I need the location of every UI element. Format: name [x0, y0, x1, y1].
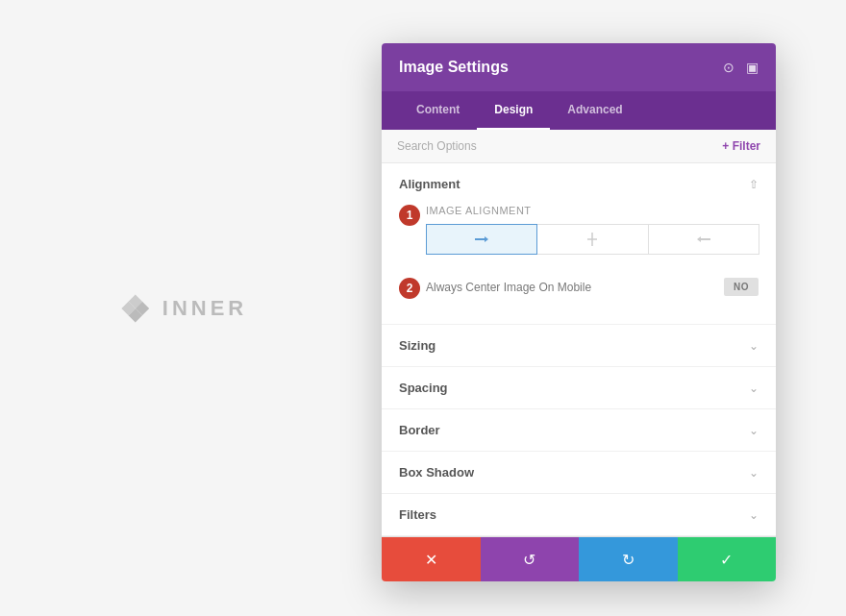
focus-icon[interactable]: ⊙ — [723, 60, 734, 75]
tab-content[interactable]: Content — [399, 91, 477, 130]
search-placeholder[interactable]: Search Options — [397, 139, 477, 153]
filters-chevron-icon: ⌄ — [749, 508, 759, 522]
filters-section-header[interactable]: Filters ⌄ — [382, 494, 776, 535]
sizing-section: Sizing ⌄ — [382, 325, 776, 367]
undo-button[interactable]: ↺ — [481, 537, 580, 581]
cancel-icon: ✕ — [425, 551, 437, 569]
header-icons: ⊙ ▣ — [723, 60, 759, 75]
sizing-section-title: Sizing — [399, 338, 435, 353]
sizing-section-header[interactable]: Sizing ⌄ — [382, 325, 776, 366]
filter-button[interactable]: + Filter — [722, 139, 760, 153]
modal-title: Image Settings — [399, 59, 509, 76]
box-shadow-section-header[interactable]: Box Shadow ⌄ — [382, 452, 776, 493]
spacing-section-header[interactable]: Spacing ⌄ — [382, 367, 776, 408]
border-chevron-icon: ⌄ — [749, 424, 759, 437]
tab-bar: Content Design Advanced — [382, 91, 776, 130]
tab-advanced[interactable]: Advanced — [550, 91, 639, 130]
modal-panel: Image Settings ⊙ ▣ Content Design Advanc… — [382, 43, 776, 581]
modal-footer: ✕ ↺ ↻ ✓ — [382, 536, 776, 581]
save-icon: ✓ — [720, 551, 733, 569]
redo-icon: ↻ — [622, 551, 634, 569]
save-button[interactable]: ✓ — [678, 537, 777, 581]
undo-icon: ↺ — [523, 551, 535, 569]
box-shadow-section-title: Box Shadow — [399, 465, 474, 480]
modal-content: Alignment ⇧ 1 Image Alignment — [382, 163, 776, 536]
image-alignment-row: 1 Image Alignment — [399, 205, 759, 268]
border-section-header[interactable]: Border ⌄ — [382, 409, 776, 451]
search-bar: Search Options + Filter — [382, 130, 776, 163]
align-center-button[interactable] — [536, 224, 648, 255]
image-alignment-label: Image Alignment — [426, 205, 759, 216]
border-section-title: Border — [399, 423, 440, 437]
redo-button[interactable]: ↻ — [579, 537, 678, 581]
step-1-badge: 1 — [399, 205, 420, 226]
box-shadow-chevron-icon: ⌄ — [749, 466, 759, 480]
box-shadow-section: Box Shadow ⌄ — [382, 452, 776, 494]
spacing-chevron-icon: ⌄ — [749, 382, 759, 395]
sizing-chevron-icon: ⌄ — [749, 339, 759, 353]
logo-area: INNER — [118, 291, 247, 326]
align-right-button[interactable] — [648, 224, 759, 255]
align-left-button[interactable] — [426, 224, 537, 255]
cancel-button[interactable]: ✕ — [382, 537, 481, 581]
spacing-section: Spacing ⌄ — [382, 367, 776, 409]
svg-marker-5 — [697, 236, 701, 242]
border-section: Border ⌄ — [382, 409, 776, 452]
alignment-chevron-icon: ⇧ — [749, 178, 759, 191]
collapse-icon[interactable]: ▣ — [746, 60, 759, 75]
logo-icon — [118, 291, 153, 326]
modal-header: Image Settings ⊙ ▣ — [382, 43, 776, 91]
alignment-section-body: 1 Image Alignment — [382, 205, 776, 324]
alignment-section: Alignment ⇧ 1 Image Alignment — [382, 163, 776, 325]
step-2-badge: 2 — [399, 278, 420, 299]
mobile-center-row: 2 Always Center Image On Mobile NO — [399, 278, 759, 299]
filters-section: Filters ⌄ — [382, 494, 776, 536]
mobile-center-label: Always Center Image On Mobile — [426, 281, 591, 294]
alignment-buttons — [426, 224, 759, 255]
alignment-section-title: Alignment — [399, 177, 460, 191]
svg-marker-1 — [485, 236, 488, 242]
spacing-section-title: Spacing — [399, 381, 448, 395]
mobile-center-toggle[interactable]: NO — [724, 278, 759, 296]
tab-design[interactable]: Design — [477, 91, 550, 130]
logo-text: INNER — [162, 296, 247, 321]
alignment-section-header[interactable]: Alignment ⇧ — [382, 163, 776, 205]
filters-section-title: Filters — [399, 507, 436, 522]
